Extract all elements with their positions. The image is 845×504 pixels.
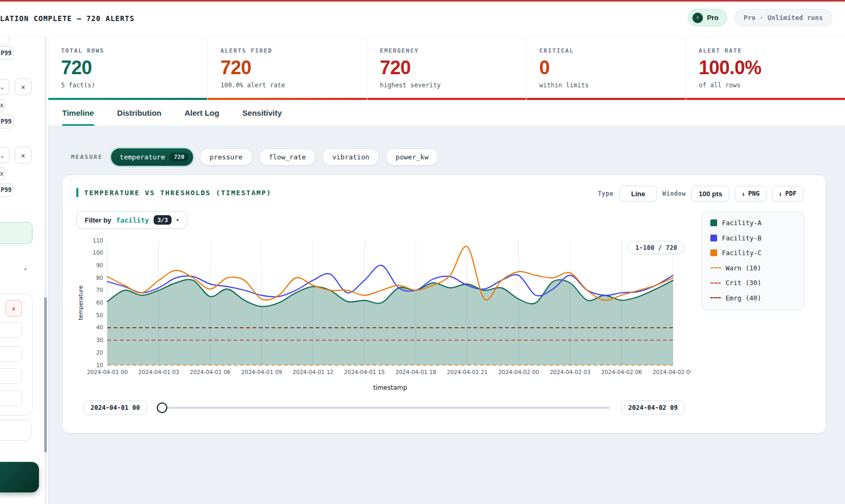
- range-start-box[interactable]: 2024-04-01 00: [84, 400, 147, 415]
- sidebar-field-fragment[interactable]: x: [0, 99, 5, 112]
- x-tick-label: 2024-04-01 00: [87, 369, 128, 375]
- pro-badge: ⚡ Pro: [688, 9, 727, 26]
- legend-swatch: [710, 219, 717, 226]
- chip-power-kw[interactable]: power_kw: [386, 148, 439, 166]
- chevron-down-icon[interactable]: ⌄: [0, 147, 9, 163]
- chart-legend: Facility-AFacility-BFacility-CWarn (10)C…: [701, 211, 804, 310]
- legend-label: Crit (30): [726, 279, 761, 287]
- filter-prefix-label: Filter by: [85, 216, 112, 224]
- legend-label: Facility-B: [722, 234, 761, 242]
- remove-icon[interactable]: ✕: [5, 300, 22, 317]
- tab-alert-log[interactable]: Alert Log: [185, 100, 219, 126]
- x-tick-label: 2024-04-01 06: [190, 369, 231, 375]
- stat-card-emergency: EMERGENCY 720 highest severity: [367, 37, 527, 100]
- y-tick-label: 80: [96, 275, 103, 281]
- caret-up-icon[interactable]: ▲: [24, 266, 27, 271]
- x-tick-label: 2024-04-02 09: [652, 369, 691, 375]
- plan-pill: Pro · Unlimited runs: [735, 9, 833, 26]
- y-tick-label: 70: [96, 287, 103, 293]
- chart-card-header: TEMPERATURE VS THRESHOLDS (TIMESTAMP): [76, 188, 271, 197]
- legend-dash-swatch: [710, 283, 721, 284]
- stat-value: 100.0%: [699, 57, 845, 78]
- time-range-slider-row: 2024-04-01 00 2024-04-02 09: [84, 400, 685, 415]
- app-root: LATION COMPLETE — 720 ALERTS ⚡ Pro Pro ·…: [0, 0, 845, 504]
- measure-label: MEASURE: [71, 154, 103, 160]
- chip-temperature[interactable]: temperature 720: [111, 148, 193, 166]
- close-icon[interactable]: ✕: [15, 147, 32, 164]
- window-label: Window: [662, 190, 686, 197]
- stat-card-total-rows: TOTAL ROWS 720 5 fact(s): [48, 37, 208, 100]
- top-accent-line: [0, 0, 845, 2]
- tab-sensitivity[interactable]: Sensitivity: [243, 100, 282, 126]
- sidebar-scrollbar-thumb[interactable]: [44, 297, 47, 452]
- slider-track-zone[interactable]: [158, 402, 610, 413]
- sidebar-input-fragment[interactable]: [0, 368, 22, 384]
- window-size-select[interactable]: 100 pts: [691, 186, 729, 201]
- primary-action-button[interactable]: [0, 462, 39, 492]
- stat-label: CRITICAL: [539, 47, 686, 54]
- tab-timeline[interactable]: Timeline: [62, 100, 94, 126]
- download-icon: ↓: [741, 190, 745, 197]
- chart-type-select[interactable]: Line: [619, 186, 657, 201]
- sidebar-highlight-box[interactable]: [0, 222, 33, 244]
- measure-row: MEASURE temperature 720 pressure flow_ra…: [71, 148, 438, 166]
- stat-card-alert-rate: ALERT RATE 100.0% of all rows: [686, 37, 845, 100]
- chart-area: 2024-04-01 002024-04-01 032024-04-01 062…: [76, 236, 691, 394]
- sidebar-input-fragment[interactable]: [0, 346, 22, 362]
- legend-label: Facility-A: [722, 219, 761, 227]
- x-tick-label: 2024-04-01 21: [447, 369, 488, 375]
- page-title: LATION COMPLETE — 720 ALERTS: [0, 14, 135, 23]
- chip-pressure[interactable]: pressure: [199, 148, 253, 166]
- legend-label: Facility-C: [722, 249, 761, 257]
- y-tick-label: 20: [96, 349, 103, 356]
- slider-handle[interactable]: [157, 402, 167, 413]
- sidebar-select-fragment[interactable]: [0, 37, 9, 45]
- x-tick-label: 2024-04-01 09: [241, 369, 282, 375]
- stat-label: TOTAL ROWS: [61, 47, 207, 54]
- chevron-down-icon[interactable]: ⌄: [0, 79, 9, 95]
- sidebar: P99 ⌄ ✕ x P99 ⌄ ✕ x P99 ▲ ✕: [0, 37, 48, 504]
- y-tick-label: 60: [96, 299, 103, 306]
- sidebar-input-fragment[interactable]: [0, 322, 22, 338]
- stats-row: TOTAL ROWS 720 5 fact(s) ALERTS FIRED 72…: [48, 37, 845, 100]
- filter-count-badge: 3/3: [154, 215, 172, 225]
- range-end-box[interactable]: 2024-04-02 09: [621, 400, 685, 415]
- header-right: ⚡ Pro Pro · Unlimited runs: [688, 9, 832, 26]
- download-png-button[interactable]: ↓ PNG: [735, 186, 766, 201]
- download-icon: ↓: [779, 190, 782, 197]
- sidebar-input-fragment[interactable]: [0, 390, 22, 406]
- chip-count-badge: 720: [169, 153, 188, 162]
- legend-item-threshold: Emrg (40): [710, 294, 796, 302]
- close-icon[interactable]: ✕: [15, 78, 32, 95]
- sidebar-dashed-slot[interactable]: [0, 420, 32, 441]
- x-axis-label: timestamp: [373, 384, 407, 391]
- legend-swatch: [710, 235, 717, 241]
- bolt-icon: ⚡: [692, 13, 703, 23]
- pdf-button-label: PDF: [785, 190, 797, 197]
- legend-dash-swatch: [710, 297, 721, 298]
- stat-card-critical: CRITICAL 0 within limits: [527, 37, 686, 100]
- sidebar-p99-pill: P99: [0, 183, 14, 197]
- tab-distribution[interactable]: Distribution: [117, 100, 162, 126]
- chip-flow-rate[interactable]: flow_rate: [259, 148, 316, 166]
- chip-label: temperature: [119, 153, 165, 161]
- chip-vibration[interactable]: vibration: [322, 148, 379, 166]
- x-tick-label: 2024-04-02 00: [498, 369, 539, 375]
- stat-label: ALERTS FIRED: [220, 47, 367, 54]
- content-area: MEASURE temperature 720 pressure flow_ra…: [48, 126, 845, 504]
- y-tick-label: 40: [96, 324, 103, 330]
- header: LATION COMPLETE — 720 ALERTS ⚡ Pro Pro ·…: [0, 2, 845, 37]
- type-label: Type: [598, 190, 613, 197]
- download-pdf-button[interactable]: ↓ PDF: [772, 186, 803, 201]
- visible-range-badge: 1-100 / 720: [628, 241, 685, 254]
- stat-sub: 100.0% alert rate: [220, 82, 367, 89]
- facility-filter-button[interactable]: Filter by facility 3/3 ▼: [76, 211, 187, 229]
- stat-value: 720: [61, 57, 207, 78]
- tab-bar: Timeline Distribution Alert Log Sensitiv…: [48, 100, 845, 126]
- y-tick-label: 10: [96, 362, 103, 368]
- chart-svg: 2024-04-01 002024-04-01 032024-04-01 062…: [76, 236, 691, 394]
- y-axis-label: temperature: [77, 286, 84, 320]
- sidebar-field-fragment[interactable]: x: [0, 167, 5, 180]
- slider-track[interactable]: [158, 407, 610, 409]
- stat-value: 720: [220, 57, 367, 78]
